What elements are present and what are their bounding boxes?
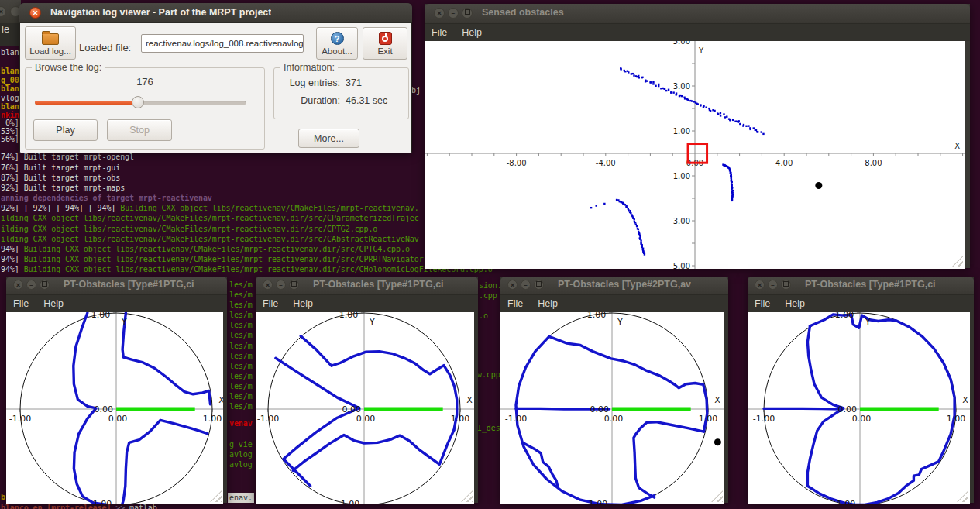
- about-label: About...: [322, 46, 352, 56]
- menu-file[interactable]: File: [432, 27, 447, 38]
- terminal-line: 92%] [ 92%] [ 94%] [ 94%] Building CXX o…: [1, 203, 419, 213]
- terminal-line: 94%] Building CXX object libs/reactivena…: [1, 244, 410, 254]
- menu-file[interactable]: File: [13, 298, 29, 309]
- nav-log-viewer-window: ✕ Navigation log viewer - Part of the MR…: [19, 3, 412, 153]
- browse-log-legend: Browse the log:: [32, 62, 105, 73]
- pt1-titlebar[interactable]: ✕ − PT-Obstacles [Type#1PTG,ci: [6, 277, 227, 295]
- svg-text:-1.00: -1.00: [834, 499, 855, 504]
- maximize-icon[interactable]: [289, 280, 299, 290]
- pt-obstacles-window-3: ✕ − PT-Obstacles [Type#2PTG,av File Help…: [500, 277, 728, 503]
- svg-text:Y: Y: [698, 46, 704, 55]
- close-icon[interactable]: ✕: [13, 280, 23, 290]
- svg-text:X: X: [962, 395, 968, 405]
- exit-label: Exit: [377, 46, 392, 56]
- load-log-label: Load log...: [29, 46, 71, 56]
- terminal-line: les/m: [229, 280, 253, 290]
- browse-log-group: Browse the log: 176 Play Stop: [25, 67, 265, 150]
- pt3-titlebar[interactable]: ✕ − PT-Obstacles [Type#2PTG,av: [500, 277, 728, 295]
- pt2-titlebar[interactable]: ✕ − PT-Obstacles [Type#1PTG,ci: [256, 277, 478, 295]
- menu-file[interactable]: File: [263, 298, 278, 309]
- exit-button[interactable]: Exit: [363, 27, 407, 60]
- terminal-line: anning dependencies of target mrpt-react…: [1, 193, 212, 203]
- close-icon[interactable]: ✕: [0, 6, 6, 17]
- close-icon[interactable]: ✕: [263, 280, 273, 290]
- close-icon[interactable]: ✕: [29, 7, 41, 19]
- terminal-line: avlog: [229, 459, 253, 469]
- svg-text:X: X: [954, 142, 960, 150]
- terminal-line: .cpp: [479, 291, 497, 301]
- information-legend: Information:: [280, 62, 338, 73]
- menu-file[interactable]: File: [507, 298, 523, 309]
- terminal-line: b: [1, 492, 5, 502]
- window-title: Sensed obstacles: [482, 7, 564, 18]
- more-button[interactable]: More...: [298, 129, 359, 148]
- terminal-line: ilding CXX object libs/reactivenav/CMake…: [1, 213, 419, 223]
- pt-obstacles-plot-1: -1.000.001.000.001.00-1.00YX: [6, 312, 223, 504]
- minimize-icon[interactable]: −: [26, 280, 36, 290]
- terminal-line: .o: [479, 311, 488, 321]
- svg-text:0.00: 0.00: [838, 404, 858, 414]
- desktop: blancblang_00blanvlogblannkin 0%]53%]56%…: [0, 0, 980, 509]
- close-icon[interactable]: ✕: [507, 280, 518, 290]
- sensed-titlebar[interactable]: ✕ − Sensed obstacles: [425, 4, 970, 24]
- svg-text:Y: Y: [865, 317, 871, 327]
- terminal-line: sion.: [479, 280, 502, 291]
- pt-plot-svg: -1.000.001.000.001.00-1.00YX: [6, 312, 223, 504]
- svg-text:-4.00: -4.00: [596, 159, 616, 167]
- pt3-menubar: File Help: [500, 295, 728, 312]
- maximize-icon[interactable]: [462, 8, 473, 19]
- svg-text:1.00: 1.00: [947, 414, 966, 424]
- power-icon: [379, 32, 392, 45]
- svg-text:1.00: 1.00: [587, 312, 607, 320]
- folder-icon: [42, 33, 59, 45]
- terminal-line: les/m: [229, 310, 253, 320]
- terminal-line: les/m: [229, 290, 253, 300]
- terminal-line: les/m: [229, 361, 253, 371]
- terminal-line: 94%] Building CXX object libs/reactivena…: [1, 264, 493, 274]
- minimize-icon[interactable]: −: [276, 280, 286, 290]
- sensed-plot-svg: -8.00-4.000.004.008.00-5.00-3.00-1.001.0…: [425, 41, 965, 269]
- menu-help[interactable]: Help: [43, 298, 64, 309]
- menu-help[interactable]: Help: [462, 27, 482, 38]
- pt2-menubar: File Help: [256, 295, 478, 312]
- menu-help[interactable]: Help: [538, 298, 558, 309]
- sensed-menubar: File Help: [425, 24, 970, 41]
- svg-text:1.00: 1.00: [451, 414, 470, 424]
- menu-help[interactable]: Help: [293, 298, 313, 309]
- window-title: PT-Obstacles [Type#1PTG,ci: [805, 279, 936, 290]
- terminal-line: 92%] Built target mrpt-maps: [1, 183, 125, 193]
- loaded-file-label: Loaded file:: [79, 42, 131, 53]
- log-slider-handle[interactable]: [132, 96, 144, 108]
- log-slider[interactable]: [35, 101, 246, 105]
- window-title: PT-Obstacles [Type#2PTG,av: [558, 279, 691, 290]
- close-icon[interactable]: ✕: [755, 280, 765, 290]
- maximize-icon[interactable]: [40, 280, 50, 290]
- log-index-value: 176: [26, 76, 264, 88]
- loaded-file-input[interactable]: reactivenav.logs/log_008.reactivenavlog: [141, 34, 304, 53]
- terminal-line: les/m: [229, 391, 253, 401]
- maximize-icon[interactable]: [781, 280, 791, 290]
- play-button[interactable]: Play: [33, 119, 98, 141]
- log-entries-value: 371: [346, 77, 362, 88]
- maximize-icon[interactable]: [534, 280, 544, 290]
- svg-text:5.00: 5.00: [673, 41, 690, 46]
- close-icon[interactable]: ✕: [434, 8, 445, 19]
- pt-plot-svg: -1.000.001.000.001.00-1.00YX: [500, 312, 724, 504]
- minimize-icon[interactable]: −: [521, 280, 531, 290]
- pt4-titlebar[interactable]: ✕ − PT-Obstacles [Type#1PTG,ci: [748, 277, 974, 295]
- load-log-button[interactable]: Load log...: [25, 26, 76, 60]
- pt-obstacles-plot-3: -1.000.001.000.001.00-1.00YX: [500, 312, 724, 504]
- svg-text:-1.00: -1.00: [90, 499, 112, 504]
- background-window-titlebar: ✕ − le: [0, 0, 21, 46]
- nav-titlebar[interactable]: ✕ Navigation log viewer - Part of the MR…: [19, 3, 412, 23]
- terminal-line: 56%]: [1, 134, 19, 144]
- about-button[interactable]: ? About...: [316, 27, 358, 60]
- svg-text:8.00: 8.00: [865, 159, 882, 167]
- minimize-icon[interactable]: −: [768, 280, 778, 290]
- minimize-icon[interactable]: −: [448, 8, 459, 19]
- menu-help[interactable]: Help: [785, 298, 805, 309]
- svg-text:-1.00: -1.00: [338, 499, 359, 504]
- menu-file[interactable]: File: [755, 298, 770, 309]
- stop-button[interactable]: Stop: [107, 119, 172, 141]
- pt-obstacles-plot-2: -1.000.001.000.001.00-1.00YX: [256, 312, 474, 504]
